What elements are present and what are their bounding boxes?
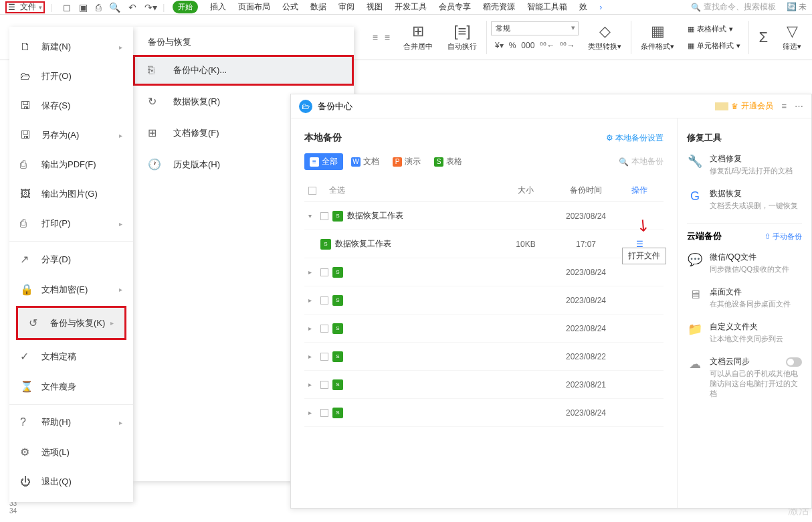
tab-ppt[interactable]: P演示	[387, 153, 426, 170]
file-menu-item[interactable]: ⎙输出为PDF(F)	[9, 150, 133, 179]
currency-icon[interactable]: ¥▾	[495, 41, 504, 50]
file-menu-item[interactable]: ⚙选项(L)	[9, 437, 133, 467]
tab-insert[interactable]: 插入	[210, 1, 226, 13]
row-checkbox[interactable]	[320, 325, 328, 333]
file-button[interactable]: 文件 ▾	[8, 1, 42, 13]
ribbon-divider	[631, 21, 631, 54]
tab-formula[interactable]: 公式	[282, 1, 298, 13]
expand-icon[interactable]: ▸	[308, 353, 316, 360]
cloud-backup-item[interactable]: 💬微信/QQ文件同步微信/QQ接收的文件	[687, 252, 802, 274]
file-menu-item[interactable]: 🖼输出为图片(G)	[9, 179, 133, 209]
vip-button[interactable]: ♛ 开通会员	[715, 100, 773, 112]
select-all-checkbox[interactable]	[308, 187, 316, 195]
cond-format-group[interactable]: ▦ 条件格式▾	[635, 23, 680, 52]
print-icon[interactable]: ⎙	[96, 2, 101, 13]
filter-group[interactable]: ▽ 筛选▾	[777, 23, 807, 52]
undo-icon[interactable]: ↶	[128, 2, 136, 13]
menu-icon[interactable]: ≡	[781, 101, 787, 111]
row-checkbox[interactable]	[320, 212, 328, 220]
type-convert-group[interactable]: ◇ 类型转换▾	[583, 23, 627, 52]
indent-icon[interactable]: ≡	[385, 32, 390, 43]
file-menu-item[interactable]: ⌛文件瘦身	[9, 371, 133, 402]
table-style-btn[interactable]: ▦ 表格样式▾	[684, 23, 744, 35]
file-menu-item[interactable]: ↺备份与恢复(K)▸	[18, 308, 124, 338]
file-menu-item[interactable]: ✓文档定稿	[9, 341, 133, 371]
file-menu-item[interactable]: 🗋新建(N)▸	[9, 32, 133, 62]
expand-icon[interactable]: ▸	[308, 381, 316, 388]
row-checkbox[interactable]	[320, 353, 328, 361]
menu-item-icon: ?	[20, 416, 32, 428]
cell-style-btn[interactable]: ▦ 单元格样式▾	[684, 39, 744, 52]
file-menu-item[interactable]: 🖫保存(S)	[9, 91, 133, 120]
file-menu-item[interactable]: ?帮助(H)▸	[9, 408, 133, 437]
sync-status[interactable]: 🔄 未	[787, 1, 807, 13]
backup-center-panel: 🗁 备份中心 ♛ 开通会员 ≡ ⋯ 本地备份 ⚙ 本地备份设置 ≡全部 W文档 …	[290, 94, 812, 509]
tab-dev[interactable]: 开发工具	[395, 1, 427, 13]
table-row[interactable]: ▸2023/08/24	[304, 286, 664, 315]
tab-all[interactable]: ≡全部	[304, 153, 343, 170]
file-menu-item[interactable]: 🖫另存为(A)▸	[9, 120, 133, 150]
open-icon[interactable]: ▣	[79, 2, 88, 13]
menu-item-label: 文档定稿	[41, 351, 76, 363]
thousands-icon[interactable]: 000	[521, 41, 534, 50]
command-search[interactable]: 🔍 查找命令、搜索模板	[691, 1, 776, 13]
tab-resource[interactable]: 稻壳资源	[483, 1, 515, 13]
row-checkbox[interactable]	[320, 268, 328, 276]
row-checkbox[interactable]	[320, 409, 328, 417]
table-row[interactable]: ▸2023/08/24	[304, 315, 664, 343]
cloud-backup-item[interactable]: 📁自定义文件夹让本地文件夹同步到云	[687, 321, 802, 344]
sum-group[interactable]: Σ	[753, 29, 773, 46]
tab-review[interactable]: 审阅	[338, 1, 354, 13]
percent-icon[interactable]: %	[509, 41, 516, 50]
cloud-backup-item[interactable]: 🖥桌面文件在其他设备同步桌面文件	[687, 286, 802, 309]
more-icon[interactable]: ›	[599, 3, 602, 12]
file-menu-item[interactable]: ⎙打印(P)▸	[9, 209, 133, 238]
file-menu-item[interactable]: 🔒文档加密(E)▸	[9, 274, 133, 304]
decimal-inc-icon[interactable]: ⁰⁰←	[540, 41, 554, 50]
table-row[interactable]: ▸2023/08/21	[304, 371, 664, 399]
table-row[interactable]: ▾数据恢复工作表2023/08/24	[304, 202, 664, 230]
tab-start[interactable]: 开始	[173, 1, 198, 13]
repair-tool-item[interactable]: 🔧文档修复修复乱码/无法打开的文档	[687, 153, 802, 176]
expand-icon[interactable]: ▸	[308, 268, 316, 276]
file-label: 文件	[20, 1, 36, 13]
expand-icon[interactable]: ▸	[308, 325, 316, 332]
tab-view[interactable]: 视图	[367, 1, 383, 13]
table-row[interactable]: ▸2023/08/22	[304, 343, 664, 371]
number-format-combo[interactable]: 常规	[491, 21, 579, 35]
table-row[interactable]: ▸2023/08/24	[304, 258, 664, 286]
local-search[interactable]: 🔍 本地备份	[619, 156, 664, 167]
redo-icon[interactable]: ↷▾	[144, 2, 157, 13]
tab-xls[interactable]: S表格	[429, 153, 468, 170]
table-row[interactable]: 数据恢复工作表10KB17:07☰↘打开文件	[304, 230, 664, 258]
expand-icon[interactable]: ▸	[308, 409, 316, 416]
cloud-backup-item[interactable]: ☁文档云同步可以从自己的手机或其他电脑访问这台电脑打开过的文档	[687, 356, 802, 399]
file-menu-item[interactable]: ⏻退出(Q)	[9, 467, 133, 497]
tab-smart[interactable]: 智能工具箱	[527, 1, 567, 13]
new-icon[interactable]: ◻	[63, 2, 71, 13]
expand-icon[interactable]: ▸	[308, 296, 316, 304]
expand-icon[interactable]: ▾	[308, 212, 316, 220]
table-row[interactable]: ▸2023/08/24	[304, 399, 664, 427]
preview-icon[interactable]: 🔍	[109, 2, 120, 13]
more-icon[interactable]: ⋯	[795, 101, 803, 111]
tab-vip[interactable]: 会员专享	[439, 1, 471, 13]
manual-backup-link[interactable]: ⇧ 手动备份	[765, 232, 802, 242]
file-menu-item[interactable]: ↗分享(D)	[9, 244, 133, 274]
repair-tool-item[interactable]: G数据恢复文档丢失或误删，一键恢复	[687, 188, 802, 211]
local-backup-setting[interactable]: ⚙ 本地备份设置	[606, 133, 664, 144]
file-menu-item[interactable]: 🗁打开(O)	[9, 62, 133, 91]
tab-data[interactable]: 数据	[310, 1, 326, 13]
merge-group[interactable]: ⊞ 合并居中	[398, 23, 438, 52]
tab-doc[interactable]: W文档	[346, 153, 385, 170]
outdent-icon[interactable]: ≡	[373, 32, 378, 43]
menu-item-label: 打开(O)	[41, 70, 72, 82]
tab-more[interactable]: 效	[579, 1, 587, 13]
row-checkbox[interactable]	[320, 381, 328, 389]
wrap-group[interactable]: [≡] 自动换行	[442, 23, 482, 52]
tab-layout[interactable]: 页面布局	[238, 1, 270, 13]
sync-toggle[interactable]	[786, 357, 802, 367]
decimal-dec-icon[interactable]: ⁰⁰→	[560, 41, 575, 50]
submenu-item[interactable]: ⎘备份中心(K)...	[133, 55, 354, 86]
row-checkbox[interactable]	[320, 296, 328, 304]
